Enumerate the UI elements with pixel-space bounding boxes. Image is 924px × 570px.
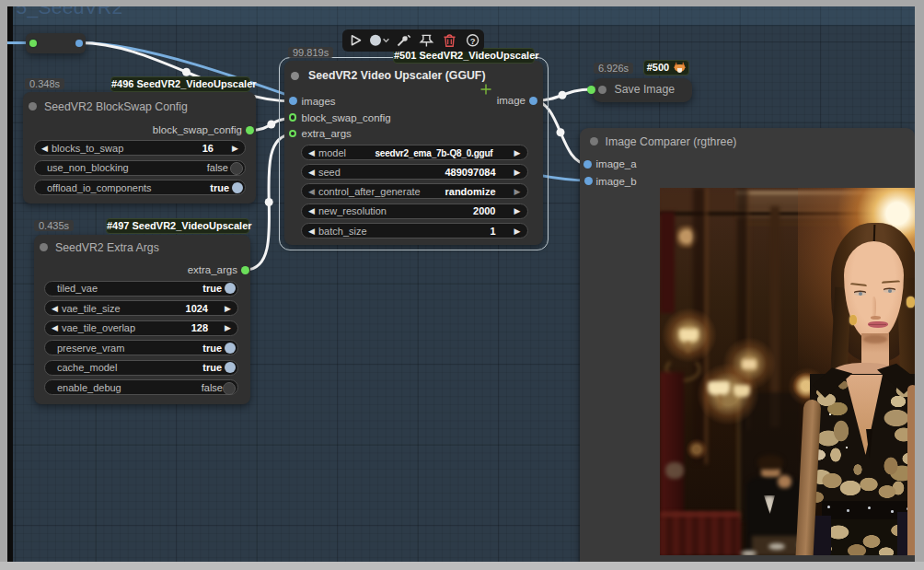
svg-text:?: ? — [470, 36, 476, 46]
